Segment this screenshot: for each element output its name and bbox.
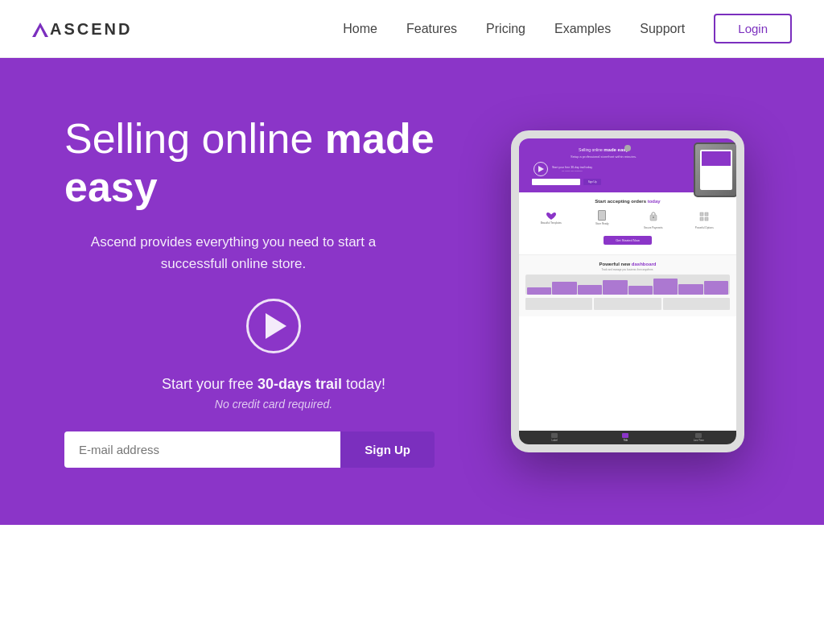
screen-ipad-image [694,142,736,197]
screen-orders-title: Start accepting orders today [525,199,730,204]
screen-cta-text: Start your free 30-day trail today No cr… [552,162,592,176]
hero-section: Selling online madeeasy Ascend provides … [0,58,824,525]
screen-dashboard-title: Powerful new dashboard [525,262,730,266]
login-button[interactable]: Login [714,14,792,43]
screen-icon-options: Powerful Options [688,210,720,229]
screen-chart [525,275,730,295]
chart-bar-5 [628,286,653,295]
svg-rect-4 [705,213,708,216]
heart-icon [546,212,557,221]
tablet-screen: Selling online made easy Setup a profess… [519,138,736,444]
hero-title: Selling online madeeasy [64,115,483,212]
screen-icon-secure: Secure Payments [637,210,670,229]
screen-stats-row [525,298,730,310]
play-icon [266,313,286,339]
nav-features[interactable]: Features [406,22,457,36]
email-input[interactable] [64,431,340,468]
bottom-section [0,525,824,630]
tablet-device: Selling online made easy Setup a profess… [511,130,744,452]
screen-tab-1: Label [551,433,558,442]
free-trial-bold: 30-days trail [258,376,342,392]
screen-tab-2: Title [622,433,628,442]
screen-play-btn [534,162,548,176]
signup-form: Sign Up [64,431,435,468]
screen-icon-label-options: Powerful Options [695,226,714,229]
screen-get-started-btn: Get Started Now [604,236,652,245]
hero-subtitle: Ascend provides everything you need to s… [64,231,402,275]
hero-title-normal: Selling online [64,115,325,162]
free-trial-normal: Start your free [162,376,258,392]
screen-icon-store: Store Ready [586,210,618,229]
play-button[interactable] [246,299,301,353]
nav-support[interactable]: Support [640,22,685,36]
svg-rect-5 [700,217,703,221]
free-trial-text: Start your free 30-days trail today! [64,376,483,393]
svg-marker-0 [32,23,48,37]
chart-bar-3 [578,285,602,295]
navbar: ASCEND Home Features Pricing Examples Su… [0,0,824,58]
nav-home[interactable]: Home [343,22,377,36]
no-credit-card-text: No credit card required. [64,398,483,411]
screen-icon-label-templates: Beautiful Templates [541,221,562,225]
lock-icon [649,211,657,221]
screen-tab-3: Last Time [694,433,704,442]
screen-dashboard: Powerful new dashboard Track and manage … [519,255,736,316]
tablet-mockup: Selling online made easy Setup a profess… [499,130,756,452]
screen-section2: Start accepting orders today Beautiful T… [519,192,736,255]
chart-bar-6 [653,279,678,295]
nav-pricing[interactable]: Pricing [486,22,525,36]
free-trial-end: today! [342,376,385,392]
chart-bar-8 [704,281,728,295]
chart-bar-2 [552,282,576,295]
chart-bar-1 [527,287,551,295]
tablet-camera [624,145,631,151]
nav-examples[interactable]: Examples [554,22,611,36]
svg-rect-6 [705,217,708,221]
screen-chart-bars [525,275,730,295]
chart-bar-7 [678,284,702,295]
chart-bar-4 [603,280,627,295]
logo: ASCEND [32,19,132,39]
nav-links: Home Features Pricing Examples Support L… [343,14,792,43]
screen-icon-label-secure: Secure Payments [644,226,663,229]
hero-content: Selling online madeeasy Ascend provides … [64,115,483,468]
screen-subtitle: Setup a professional storefront within m… [525,155,682,159]
signup-button[interactable]: Sign Up [340,431,435,468]
screen-icon-templates: Beautiful Templates [535,210,567,229]
screen-features-icons: Beautiful Templates Store Ready [525,207,730,233]
options-icon [699,212,709,221]
screen-icon-label-store: Store Ready [595,222,609,225]
svg-point-2 [653,217,654,218]
screen-bottom-tabs: Label Title Last Time [519,431,736,444]
screen-title: Selling online made easy [525,147,682,153]
logo-text: ASCEND [50,20,132,38]
screen-play-icon [538,166,544,172]
svg-rect-3 [700,213,703,216]
logo-icon [32,21,48,39]
screen-dashboard-sub: Track and manage you business from anywh… [525,268,730,271]
